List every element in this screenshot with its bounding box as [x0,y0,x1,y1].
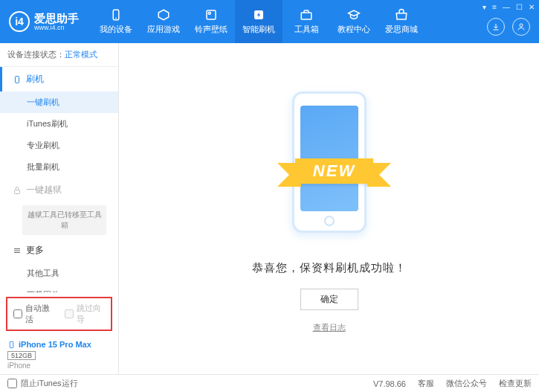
maximize-icon[interactable]: ☐ [516,3,523,11]
version-label: V7.98.66 [373,379,406,388]
download-icon[interactable] [487,18,505,36]
new-ribbon: NEW [295,158,373,184]
menu-icon[interactable]: ≡ [492,3,497,11]
sidebar-item-other-tools[interactable]: 其他工具 [0,263,118,284]
ok-button[interactable]: 确定 [300,289,358,310]
checkbox-block-itunes[interactable]: 阻止iTunes运行 [7,378,78,389]
checkbox-auto-activate[interactable]: 自动激活 [13,303,54,325]
sidebar-item-batch-flash[interactable]: 批量刷机 [0,156,118,178]
sidebar-item-download-firmware[interactable]: 下载固件 [0,284,118,292]
nav-apps-games[interactable]: 应用游戏 [140,0,187,43]
skin-icon[interactable]: ▾ [482,3,486,11]
wallpaper-icon [204,8,218,22]
device-storage: 512GB [7,351,36,360]
footer: 阻止iTunes运行 V7.98.66 客服 微信公众号 检查更新 [0,374,539,392]
sidebar-item-onekey-flash[interactable]: 一键刷机 [0,91,118,113]
sidebar-group-jailbreak: 一键越狱 [0,178,118,202]
window-controls: ▾ ≡ — ☐ ✕ [482,3,535,11]
device-type: iPhone [7,362,111,370]
sidebar-group-more[interactable]: 更多 [0,238,118,263]
nav-smart-flash[interactable]: 智能刷机 [235,0,283,43]
app-url: www.i4.cn [34,24,79,31]
svg-rect-12 [10,341,13,347]
svg-point-3 [208,12,210,14]
nav-ringtone-wallpaper[interactable]: 铃声壁纸 [187,0,235,43]
apps-icon [157,8,170,22]
header-circle-buttons [487,18,530,36]
jailbreak-note: 越狱工具已转移至工具箱 [22,205,106,235]
nav-tutorials[interactable]: 教程中心 [330,0,378,43]
phone-icon [13,75,22,84]
footer-link-support[interactable]: 客服 [418,378,434,389]
footer-link-update[interactable]: 检查更新 [499,378,532,389]
minimize-icon[interactable]: — [503,3,510,11]
sidebar-item-pro-flash[interactable]: 专业刷机 [0,135,118,156]
svg-point-6 [520,24,523,27]
nav-my-device[interactable]: 我的设备 [92,0,140,43]
svg-rect-8 [15,190,20,193]
svg-rect-5 [301,13,312,19]
success-illustration: NEW [281,84,378,248]
list-icon [13,246,22,255]
close-icon[interactable]: ✕ [529,3,535,11]
highlighted-options: 自动激活 跳过向导 [6,297,112,331]
flash-icon [252,8,265,22]
svg-rect-7 [16,76,19,83]
view-log-link[interactable]: 查看日志 [313,322,346,333]
phone-small-icon [7,341,16,349]
success-message: 恭喜您，保资料刷机成功啦！ [252,261,407,275]
device-status: 设备连接状态：正常模式 [0,43,118,67]
device-info: iPhone 15 Pro Max 512GB iPhone [0,335,118,374]
sidebar-item-itunes-flash[interactable]: iTunes刷机 [0,113,118,135]
user-icon[interactable] [512,18,530,36]
main-content: NEW 恭喜您，保资料刷机成功啦！ 确定 查看日志 [119,43,539,374]
app-header: i4 爱思助手 www.i4.cn 我的设备 应用游戏 铃声壁纸 智能刷机 工具… [0,0,539,43]
lock-icon [13,186,22,195]
logo-area: i4 爱思助手 www.i4.cn [0,11,92,32]
device-icon [109,8,123,22]
top-nav: 我的设备 应用游戏 铃声壁纸 智能刷机 工具箱 教程中心 爱思商城 [92,0,539,43]
toolbox-icon [300,8,313,22]
app-logo-icon: i4 [9,11,30,32]
device-name[interactable]: iPhone 15 Pro Max [7,340,111,349]
tutorial-icon [347,8,361,22]
app-name: 爱思助手 [34,13,79,24]
sidebar: 设备连接状态：正常模式 刷机 一键刷机 iTunes刷机 专业刷机 批量刷机 一… [0,43,119,374]
checkbox-skip-guide[interactable]: 跳过向导 [65,303,106,325]
store-icon [395,8,408,22]
svg-rect-2 [207,10,216,19]
footer-link-wechat[interactable]: 微信公众号 [446,378,487,389]
nav-toolbox[interactable]: 工具箱 [283,0,330,43]
sidebar-group-flash[interactable]: 刷机 [0,67,118,91]
nav-store[interactable]: 爱思商城 [378,0,425,43]
